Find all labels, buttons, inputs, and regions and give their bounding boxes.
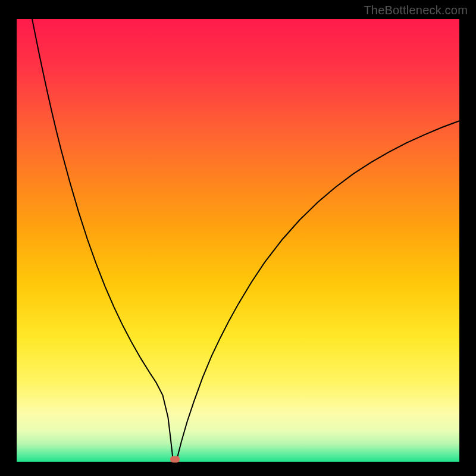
curve-svg <box>17 19 459 462</box>
chart-frame: TheBottleneck.com <box>0 0 476 476</box>
bottleneck-curve <box>32 19 459 459</box>
plot-clip <box>17 19 459 462</box>
watermark-label: TheBottleneck.com <box>364 4 468 17</box>
min-marker <box>170 456 180 462</box>
plot-area <box>17 19 459 462</box>
